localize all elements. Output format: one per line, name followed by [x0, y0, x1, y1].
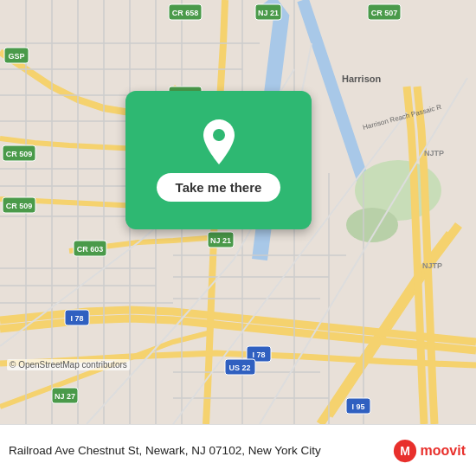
svg-text:CR 658: CR 658 [172, 9, 199, 17]
svg-text:US 22: US 22 [228, 363, 250, 372]
svg-text:I 78: I 78 [70, 314, 83, 323]
svg-text:CR 509: CR 509 [6, 202, 33, 210]
svg-text:I 78: I 78 [252, 351, 265, 359]
action-card: Take me there [125, 91, 312, 229]
take-me-there-button[interactable]: Take me there [157, 173, 281, 202]
map-container: CR 658 NJ 21 CR 507 GSP CR 509 CR 509 CR… [0, 0, 476, 424]
moovit-logo: M moovit [393, 439, 466, 463]
moovit-text: moovit [421, 443, 466, 459]
svg-text:CR 603: CR 603 [77, 245, 104, 254]
svg-text:NJTP: NJTP [422, 261, 442, 270]
svg-text:NJ 27: NJ 27 [55, 392, 75, 401]
svg-text:NJ 21: NJ 21 [258, 9, 279, 17]
svg-text:CR 507: CR 507 [371, 9, 398, 17]
svg-text:M: M [400, 444, 410, 458]
svg-text:CR 509: CR 509 [6, 150, 33, 158]
svg-point-61 [213, 129, 225, 141]
svg-text:NJTP: NJTP [424, 149, 444, 158]
bottom-bar: Railroad Ave Chestnut St, Newark, NJ 071… [0, 424, 476, 476]
location-pin-icon [200, 119, 238, 164]
svg-text:GSP: GSP [8, 52, 24, 61]
svg-text:I 95: I 95 [351, 402, 364, 411]
svg-text:Harrison: Harrison [342, 74, 382, 84]
svg-text:NJ 21: NJ 21 [210, 236, 231, 245]
osm-attribution: © OpenStreetMap contributors [7, 359, 130, 370]
address-text: Railroad Ave Chestnut St, Newark, NJ 071… [9, 443, 384, 459]
moovit-icon: M [393, 439, 417, 463]
